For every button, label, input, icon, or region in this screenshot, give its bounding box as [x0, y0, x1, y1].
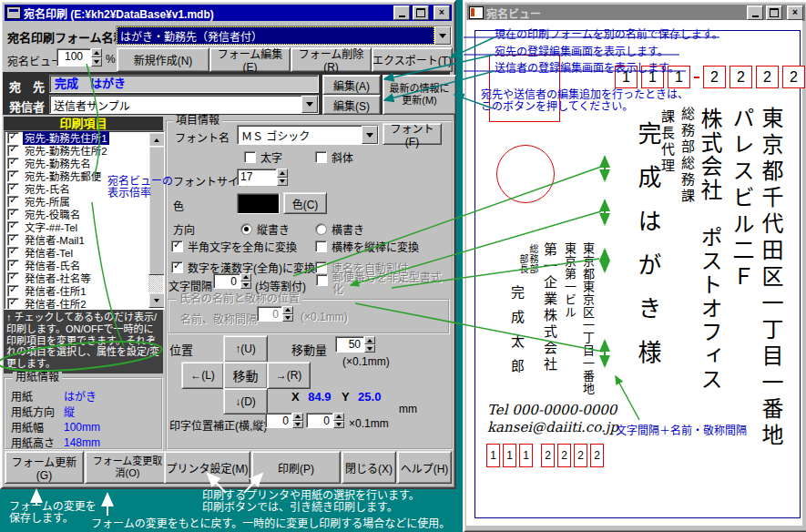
main-window-title: 宛名印刷 (E:¥kh2¥DataBase¥v1.mdb) [24, 5, 391, 21]
list-item[interactable]: 宛先-役職名 [5, 208, 164, 220]
export-button[interactable]: エクスポート(T) [372, 47, 453, 72]
font-name-combobox[interactable]: ＭＳ ゴシック [237, 125, 379, 145]
yokobou-checkbox[interactable] [315, 240, 327, 252]
vertical-radio[interactable] [240, 223, 252, 235]
postal-digit: 2 [577, 449, 584, 462]
offset-unit: ×0.1mm [349, 417, 389, 430]
italic-label: 斜体 [332, 149, 353, 165]
addressee-edit-button[interactable]: 編集(A) [322, 75, 381, 95]
move-down-button[interactable]: ↓(D) [223, 388, 268, 414]
close-dialog-button[interactable]: 閉じる(X) [342, 451, 396, 484]
list-item[interactable]: 宛先-勤務先住所2 [5, 144, 164, 157]
app-icon [6, 6, 21, 19]
offset-y-spinner[interactable] [333, 413, 344, 428]
move-amount-spinner[interactable] [364, 336, 375, 353]
undo-annotation: フォームの変更をもとに戻す。一時的に変更し印刷する場合などに使用。 [91, 515, 450, 530]
postal-digit: 2 [710, 69, 719, 86]
font-button[interactable]: フォント(F) [383, 123, 442, 145]
kansuji-checkbox[interactable] [171, 261, 183, 273]
preview-window: 宛名ビュー × 111 2222 東京都千代田区一丁目一番地 パレスビル二Ｆ 株… [463, 0, 806, 532]
scale-annotation: 宛名ビューの 表示倍率 [107, 176, 173, 200]
checkbox-icon[interactable] [7, 298, 19, 310]
chevron-down-icon[interactable] [301, 96, 318, 113]
name-position-title: 氏名の名前と敬称の位置 [177, 293, 302, 304]
help-button[interactable]: ヘルプ(H) [397, 451, 452, 484]
font-size-spinner[interactable] [277, 169, 288, 186]
print-items-header: 印刷項目 [4, 117, 163, 130]
move-left-button[interactable]: ←(L) [181, 362, 224, 389]
x-value: 84.9 [308, 390, 331, 404]
move-center-button[interactable]: 移動 [223, 362, 268, 389]
y-value: 25.0 [358, 390, 381, 404]
sender-label: 発信者 [9, 97, 45, 115]
offset-x-input[interactable]: 0 [265, 413, 292, 428]
horizontal-radio[interactable] [315, 223, 327, 235]
paper-info-label: 用紙方向 [11, 404, 64, 419]
recipient-company: 株式会社 ポストオフィス [699, 107, 720, 392]
move-amount-input[interactable]: 50 [335, 336, 364, 353]
chevron-down-icon[interactable] [362, 126, 378, 144]
bold-checkbox[interactable] [244, 151, 256, 163]
char-spacing-input[interactable]: 0 [213, 273, 240, 289]
preview-titlebar[interactable]: 宛名ビュー × [467, 5, 805, 21]
list-item[interactable]: 発信者-住所1 [5, 284, 164, 297]
char-spacing-label: 文字間隔 [168, 278, 212, 293]
print-button[interactable]: 印刷(P) [251, 451, 341, 484]
offset-y-input[interactable]: 0 [306, 413, 333, 428]
recipient-job-title: 課長代理 [660, 109, 674, 175]
yubin-checkbox[interactable] [316, 274, 328, 286]
form-undo-button[interactable]: フォーム変更取消(O) [85, 451, 170, 484]
color-button[interactable]: 色(C) [283, 192, 327, 214]
name-spacing-input[interactable]: 0 [257, 306, 282, 322]
char-spacing-spinner[interactable] [240, 273, 251, 289]
list-item[interactable]: 宛先-勤務先名 [5, 157, 164, 169]
printer-setup-button[interactable]: プリンタ設定(M) [164, 451, 250, 484]
form-name-value: はがき・勤務先（発信者付） [117, 26, 434, 45]
list-item[interactable]: 発信者-社名等 [5, 271, 164, 284]
maximize-button[interactable] [413, 5, 429, 20]
form-update-button[interactable]: フォーム更新(G) [5, 451, 84, 484]
offset-x-spinner[interactable] [292, 413, 303, 428]
postal-digit: 2 [763, 69, 771, 86]
sender-address2: 東京第一ビル [564, 242, 576, 319]
move-up-button[interactable]: ↑(U) [223, 335, 268, 363]
delete-form-button[interactable]: フォーム削除(R) [291, 47, 372, 72]
sender-combobox[interactable]: 送信者サンプル [49, 95, 319, 114]
move-right-button[interactable]: →(R) [267, 362, 311, 389]
scrollbar[interactable] [148, 132, 163, 308]
main-window: 宛名印刷 (E:¥kh2¥DataBase¥v1.mdb) × 宛名印刷フォーム… [0, 0, 456, 489]
minimize-button[interactable] [393, 5, 410, 20]
hankaku-checkbox[interactable] [171, 240, 183, 252]
sender-edit-button[interactable]: 編集(S) [322, 95, 381, 115]
kansuji-label: 数字を漢数字(全角)に変換 [188, 260, 315, 275]
list-item[interactable]: 発信者-住所2 [5, 297, 164, 310]
list-item[interactable]: 宛先-勤務先住所1 [5, 131, 164, 144]
paper-info-label: 用紙 [11, 388, 64, 404]
scroll-down-icon[interactable] [148, 292, 165, 308]
position-label: 位置 [169, 341, 193, 358]
list-item[interactable]: 発信者-Mail1 [5, 233, 164, 246]
addressee-annotation: 宛先の登録編集画面を表示します。 [495, 43, 668, 58]
italic-checkbox[interactable] [315, 151, 327, 163]
list-item[interactable]: 発信者-Tel [5, 246, 164, 259]
minimize-button[interactable] [747, 5, 763, 20]
scroll-thumb[interactable] [148, 146, 165, 275]
list-item[interactable]: 発信者-氏名 [5, 259, 164, 271]
print-items-listbox: 宛先-勤務先住所1 宛先-勤務先住所2 宛先-勤務先名 宛先-勤務先郵便 宛先-… [4, 130, 165, 310]
font-size-input[interactable]: 17 [237, 169, 277, 186]
chevron-down-icon[interactable] [434, 26, 451, 45]
close-button[interactable]: × [434, 5, 450, 20]
view-scale-spinner[interactable] [91, 48, 102, 66]
maximize-button[interactable] [766, 5, 782, 20]
view-scale-input[interactable]: 100 [56, 48, 91, 66]
new-form-button[interactable]: 新規作成(N) [117, 47, 209, 72]
edit-form-button[interactable]: フォーム編集(E) [209, 47, 291, 72]
form-name-combobox[interactable]: はがき・勤務先（発信者付） [116, 26, 452, 46]
name-spacing-spinner[interactable] [282, 306, 293, 322]
close-button[interactable]: × [787, 5, 803, 20]
main-titlebar[interactable]: 宛名印刷 (E:¥kh2¥DataBase¥v1.mdb) × [5, 5, 452, 21]
sender-job-title: 部長 [518, 254, 527, 274]
printer-annotation: 印刷するプリンタや用紙の選択を行います。 印刷ボタンでは、引き続き印刷します。 [202, 490, 420, 514]
refresh-button[interactable]: 最新の情報に更新(M) [383, 75, 456, 115]
list-item[interactable]: 文字-##-Tel [5, 220, 164, 233]
